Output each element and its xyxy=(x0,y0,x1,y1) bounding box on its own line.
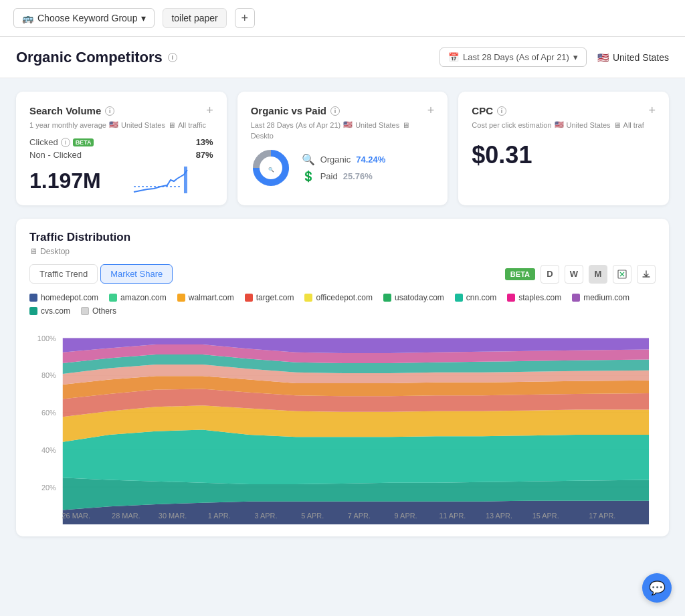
keyword-group-icon: 🚌 xyxy=(22,13,33,23)
svg-text:5 APR.: 5 APR. xyxy=(301,512,324,520)
non-clicked-label: Non - Clicked xyxy=(29,150,82,160)
sparkline xyxy=(108,167,213,193)
card-subtitle: Last 28 Days (As of Apr 21) 🇺🇸 United St… xyxy=(251,120,435,140)
cpc-card: CPC i + Cost per click estimation 🇺🇸 Uni… xyxy=(458,92,669,205)
search-volume-info-icon: i xyxy=(105,106,114,116)
tabs-right: BETA D W M xyxy=(505,265,656,284)
legend-item[interactable]: amazon.com xyxy=(109,293,167,302)
svg-text:9 APR.: 9 APR. xyxy=(395,512,417,520)
cpc-add-button[interactable]: + xyxy=(648,104,656,118)
legend-item[interactable]: medium.com xyxy=(572,293,629,302)
top-bar: 🚌 Choose Keyword Group ▾ toilet paper + xyxy=(0,0,685,37)
page-title: Organic Competitors i xyxy=(16,49,177,66)
svg-text:7 APR.: 7 APR. xyxy=(348,512,371,520)
traffic-distribution-card: Traffic Distribution 🖥 Desktop Traffic T… xyxy=(16,219,669,536)
tab-market-share[interactable]: Market Share xyxy=(100,264,173,284)
legend-item[interactable]: target.com xyxy=(245,293,294,302)
search-volume-add-button[interactable]: + xyxy=(206,104,213,118)
monitor-icon: 🖥 xyxy=(613,121,621,129)
search-volume-number: 1.197M xyxy=(29,167,213,193)
cards-row: Search Volume i + 1 year monthly average… xyxy=(16,92,669,205)
flag-icon: 🇺🇸 xyxy=(597,52,609,63)
card-header: CPC i + xyxy=(472,104,656,118)
svg-text:80%: 80% xyxy=(41,371,56,379)
date-filter-button[interactable]: 📅 Last 28 Days (As of Apr 21) ▾ xyxy=(439,47,587,67)
date-filter-label: Last 28 Days (As of Apr 21) xyxy=(463,52,569,62)
legend-item[interactable]: usatoday.com xyxy=(383,293,444,302)
organic-paid-add-button[interactable]: + xyxy=(427,104,435,118)
paid-label: Paid xyxy=(320,171,338,181)
legend-item[interactable]: walmart.com xyxy=(177,293,234,302)
flag-icon: 🇺🇸 xyxy=(555,120,564,129)
clicked-label: Clicked i BETA xyxy=(29,137,94,147)
page-header: Organic Competitors i 📅 Last 28 Days (As… xyxy=(0,37,685,78)
add-keyword-button[interactable]: + xyxy=(235,8,255,28)
legend-item[interactable]: cvs.com xyxy=(29,306,70,316)
svg-text:1 APR.: 1 APR. xyxy=(208,512,231,520)
card-subtitle: 1 year monthly average 🇺🇸 United States … xyxy=(29,120,213,129)
legend-item[interactable]: cnn.com xyxy=(455,293,496,302)
monitor-icon: 🖥 xyxy=(402,121,409,129)
organic-label: Organic xyxy=(320,155,351,165)
keyword-group-button[interactable]: 🚌 Choose Keyword Group ▾ xyxy=(13,8,155,28)
tab-traffic-trend[interactable]: Traffic Trend xyxy=(29,264,98,284)
clicked-row: Clicked i BETA 13% xyxy=(29,137,213,147)
flag-icon: 🇺🇸 xyxy=(109,120,118,129)
keyword-tag: toilet paper xyxy=(163,8,226,28)
organic-pct: 74.24% xyxy=(356,155,385,165)
organic-label-row: 🔍 Organic 74.24% xyxy=(302,153,386,166)
svg-text:26 MAR.: 26 MAR. xyxy=(62,512,90,520)
chevron-down-icon: ▾ xyxy=(141,13,146,23)
period-d-button[interactable]: D xyxy=(541,265,559,284)
legend-item[interactable]: homedepot.com xyxy=(29,293,98,302)
organic-paid-card: Organic vs Paid i + Last 28 Days (As of … xyxy=(237,92,448,205)
svg-text:28 MAR.: 28 MAR. xyxy=(112,512,140,520)
svg-text:40%: 40% xyxy=(41,445,56,453)
title-info-icon: i xyxy=(168,53,177,62)
monitor-icon: 🖥 xyxy=(168,121,175,129)
svg-text:60%: 60% xyxy=(41,409,56,417)
svg-text:3 APR.: 3 APR. xyxy=(254,512,277,520)
country-badge: 🇺🇸 United States xyxy=(597,52,669,63)
card-title: Organic vs Paid i xyxy=(251,105,340,116)
country-label: United States xyxy=(613,52,669,63)
card-title: CPC i xyxy=(472,105,506,116)
svg-text:30 MAR.: 30 MAR. xyxy=(159,512,187,520)
tabs-left: Traffic Trend Market Share xyxy=(29,264,173,284)
dist-subtitle: 🖥 Desktop xyxy=(29,247,656,256)
donut-area: 🔍 🔍 Organic 74.24% 💲 Paid 25.76% xyxy=(251,148,435,188)
non-clicked-row: Non - Clicked 87% xyxy=(29,150,213,160)
cpc-info-icon: i xyxy=(497,106,506,116)
legend-row: homedepot.comamazon.comwalmart.comtarget… xyxy=(29,293,656,316)
legend-item[interactable]: officedepot.com xyxy=(304,293,373,302)
svg-text:🔍: 🔍 xyxy=(268,167,274,173)
svg-text:17 APR.: 17 APR. xyxy=(589,512,615,520)
export-excel-button[interactable] xyxy=(613,265,631,284)
donut-labels: 🔍 Organic 74.24% 💲 Paid 25.76% xyxy=(302,153,386,183)
period-m-button[interactable]: M xyxy=(589,265,607,284)
svg-text:20%: 20% xyxy=(41,483,56,491)
download-button[interactable] xyxy=(637,265,656,284)
card-header: Organic vs Paid i + xyxy=(251,104,435,118)
keyword-tag-label: toilet paper xyxy=(171,13,217,23)
period-w-button[interactable]: W xyxy=(565,265,583,284)
chart-container: 100% 80% 60% 40% 20% xyxy=(29,324,656,524)
card-subtitle: Cost per click estimation 🇺🇸 United Stat… xyxy=(472,120,656,129)
header-right: 📅 Last 28 Days (As of Apr 21) ▾ 🇺🇸 Unite… xyxy=(439,47,669,67)
svg-rect-1 xyxy=(184,167,187,193)
svg-text:11 APR.: 11 APR. xyxy=(439,512,466,520)
paid-label-row: 💲 Paid 25.76% xyxy=(302,170,386,183)
legend-item[interactable]: staples.com xyxy=(507,293,561,302)
tabs-row: Traffic Trend Market Share BETA D W M xyxy=(29,264,656,284)
svg-text:13 APR.: 13 APR. xyxy=(486,512,512,520)
beta-badge: BETA xyxy=(73,138,94,146)
search-volume-card: Search Volume i + 1 year monthly average… xyxy=(16,92,227,205)
card-header: Search Volume i + xyxy=(29,104,213,118)
paid-pct: 25.76% xyxy=(343,171,373,181)
legend-item[interactable]: Others xyxy=(81,306,116,316)
main-content: Search Volume i + 1 year monthly average… xyxy=(0,78,685,550)
traffic-distribution-title: Traffic Distribution xyxy=(29,231,656,244)
donut-chart: 🔍 xyxy=(251,148,291,188)
organic-paid-info-icon: i xyxy=(330,106,340,116)
non-clicked-value: 87% xyxy=(196,150,213,160)
